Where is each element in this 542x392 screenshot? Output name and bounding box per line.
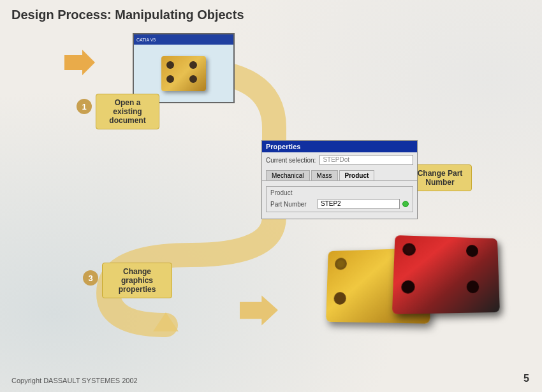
step1-label: Open a existing document [96,94,159,129]
cad-titlebar: CATIA V5 [134,34,233,45]
prop-current-selection-row: Current selection: STEPDot [262,152,417,168]
prop-part-number-label: Part Number [270,201,315,208]
cad-screenshot-thumbnail: CATIA V5 [133,33,235,103]
cad-part-preview [161,56,206,91]
prop-tabs: Mechanical Mass Product [262,168,417,181]
step2-label: Change Part Number [408,164,472,191]
svg-marker-0 [153,312,179,331]
prop-section-title: Product [270,189,409,196]
3d-parts-container [319,236,529,376]
prop-current-selection-label: Current selection: [266,157,316,164]
cad-titlebar-text: CATIA V5 [136,38,156,42]
step3-arrow-icon [240,294,278,326]
prop-part-number-value[interactable]: STEP2 [318,199,400,209]
page-number: 5 [524,373,529,384]
prop-status-dot [402,201,409,207]
prop-current-selection-value: STEPDot [319,155,413,165]
step3-circle: 3 [83,270,98,286]
step1-circle: 1 [77,99,92,114]
prop-tab-mechanical[interactable]: Mechanical [266,170,310,180]
properties-dialog: Properties Current selection: STEPDot Me… [261,140,418,219]
prop-tab-mass[interactable]: Mass [311,170,338,180]
3d-part-dark [392,235,500,314]
step1-arrow-icon [64,50,96,75]
step3-label: Change graphics properties [102,263,172,298]
prop-tab-product[interactable]: Product [339,170,375,180]
prop-section-product: Product Part Number STEP2 [266,186,413,212]
svg-marker-1 [64,50,95,75]
svg-marker-2 [240,295,278,325]
copyright-text: Copyright DASSAULT SYSTEMES 2002 [11,377,138,384]
prop-titlebar: Properties [262,141,417,152]
prop-part-number-row: Part Number STEP2 [270,199,409,209]
page-title: Design Process: Manipulating Objects [11,8,244,22]
